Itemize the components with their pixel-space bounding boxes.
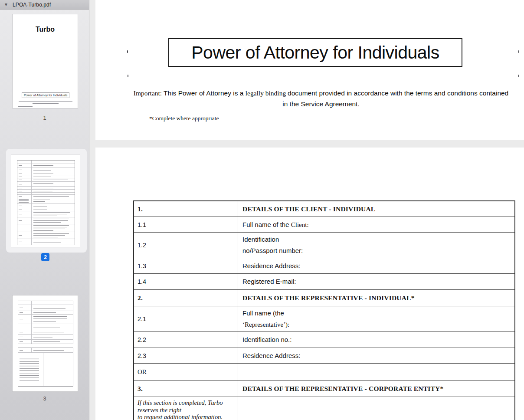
mini-table-row [18, 314, 73, 324]
text-segment: reserves the right [138, 407, 181, 413]
thumb1-text-line [18, 106, 33, 107]
mini-left-cell [18, 335, 32, 339]
mini-table-row [17, 175, 75, 178]
mini-left-cell [17, 175, 32, 178]
important-line-2: in the Service Agreement. [108, 100, 524, 108]
mini-right-cell [32, 315, 73, 324]
row-content-cell: Full name of the Client: [238, 217, 514, 232]
mini-table-row [17, 181, 75, 186]
mini-right-cell [32, 335, 73, 339]
mini-right-cell [32, 203, 75, 208]
table-cell-line: If this section is completed, Turbo [138, 399, 234, 407]
thumb3-mini-table [18, 301, 73, 344]
thumb2-mini-table [17, 208, 75, 245]
mini-table-row [17, 232, 75, 239]
mini-table-row [17, 208, 75, 211]
table-row: 2.2Identification no.: [134, 331, 514, 348]
mini-left-cell [17, 190, 32, 192]
row-content-cell: DETAILS OF THE REPRESENTATIVE - INDIVIDU… [238, 290, 514, 306]
mini-right-cell [32, 193, 75, 194]
row-number-cell: 1.2 [134, 233, 238, 258]
thumbnail-sidebar[interactable]: ▼ LPOA-Turbo.pdf Turbo Power of Attorney… [0, 0, 89, 420]
thumbnail-page-3[interactable] [12, 295, 78, 392]
table-cell-line: reserves the right [138, 407, 234, 414]
text-segment: Identification [242, 236, 279, 243]
mini-left-cell [17, 208, 32, 211]
important-line-1: Important: This Power of Attorney is a l… [108, 89, 524, 97]
table-cell-line: Full name of the Client: [242, 219, 510, 230]
mini-left-cell [17, 195, 32, 198]
selected-page-badge: 2 [41, 253, 49, 261]
text-segment: to request additional information. [138, 413, 223, 420]
table-row: 1.4Registered E-mail: [134, 273, 514, 289]
mini-table-row [17, 239, 75, 245]
table-row: If this section is completed, Turboreser… [134, 397, 514, 420]
thumb1-title-box: Power of Attorney for Individuals [22, 92, 69, 98]
mini-left-cell [17, 193, 32, 194]
mini-table-row [18, 348, 73, 352]
mini-right-cell [32, 211, 75, 217]
text-segment: Full name of the [242, 221, 291, 228]
row-content-cell: DETAILS OF THE REPRESENTATIVE - CORPORAT… [238, 381, 514, 397]
table-cell-line: DETAILS OF THE CLIENT - INDIVIDUAL [242, 203, 510, 215]
mini-right-cell [32, 340, 73, 344]
text-segment: 1.3 [138, 262, 146, 269]
mini-left-cell [17, 167, 32, 172]
text-segment: DETAILS OF THE REPRESENTATIVE - INDIVIDU… [242, 294, 415, 302]
mini-right-cell [32, 161, 75, 164]
mini-left-cell [17, 172, 32, 175]
mini-left-cell [17, 161, 32, 164]
mini-right-cell [32, 172, 75, 175]
text-segment: If this section is completed, Turbo [138, 399, 223, 406]
table-cell-line: to request additional information. [138, 413, 234, 420]
thumbnail-page-1[interactable]: Turbo Power of Attorney for Individuals [12, 14, 78, 108]
table-cell-line: Identification [242, 234, 510, 245]
mini-left-cell [17, 232, 32, 239]
text-segment: 1. [138, 205, 143, 213]
mini-right-cell [32, 187, 75, 189]
mini-left-cell [17, 164, 32, 167]
text-segment: 1.1 [138, 221, 146, 228]
mini-table-row [18, 339, 73, 344]
text-segment: Identification no.: [242, 336, 291, 343]
mini-table-row [17, 192, 75, 194]
important-paragraph: Important: This Power of Attorney is a l… [108, 89, 524, 108]
table-cell-line: no/Passport number: [242, 245, 510, 256]
mini-left-cell [18, 340, 32, 344]
text-segment: Client: [291, 221, 309, 228]
disclosure-triangle-icon[interactable]: ▼ [4, 2, 10, 7]
table-row: OR [134, 363, 514, 380]
table-cell-line: 2.2 [138, 336, 234, 343]
text-segment: Residence Address: [242, 262, 300, 269]
thumbnail-page-2[interactable] [11, 154, 80, 247]
pdf-viewer-scroll-area[interactable]: Power of Attorney for Individuals Import… [89, 0, 524, 420]
row-number-cell: 1.3 [134, 258, 238, 273]
thumb2-mini-table [17, 160, 75, 208]
text-segment: 2.1 [138, 315, 146, 322]
mini-right-cell [43, 353, 73, 386]
mini-left-cell [17, 239, 32, 245]
table-cell-line: 1.4 [138, 278, 234, 285]
mini-left-cell [17, 217, 32, 224]
row-number-cell: 1.4 [134, 274, 238, 289]
table-row: 2.DETAILS OF THE REPRESENTATIVE - INDIVI… [134, 289, 514, 306]
table-cell-line: 1.1 [138, 221, 234, 228]
stray-mark [127, 50, 128, 53]
table-row: 1.3Residence Address: [134, 258, 514, 273]
mini-table-row [17, 189, 75, 192]
mini-left-cell [18, 348, 32, 352]
text-segment: DETAILS OF THE CLIENT - INDIVIDUAL [242, 205, 375, 213]
table-row: 3.DETAILS OF THE REPRESENTATIVE - CORPOR… [134, 380, 514, 397]
document-title: Power of Attorney for Individuals [191, 43, 439, 63]
stray-mark [518, 75, 519, 77]
mini-table-row [17, 186, 75, 189]
mini-left-cell [17, 224, 32, 232]
mini-right-cell [32, 178, 75, 181]
mini-right-cell [32, 305, 73, 311]
table-row: 1.DETAILS OF THE CLIENT - INDIVIDUAL [134, 201, 514, 217]
complete-where-appropriate-note: *Complete where appropriate [149, 115, 219, 122]
mini-right-cell [32, 208, 75, 211]
pdf-page-2: 1.DETAILS OF THE CLIENT - INDIVIDUAL1.1F… [95, 148, 524, 420]
mini-table-row [17, 161, 75, 164]
table-cell-line: 2. [138, 294, 234, 302]
